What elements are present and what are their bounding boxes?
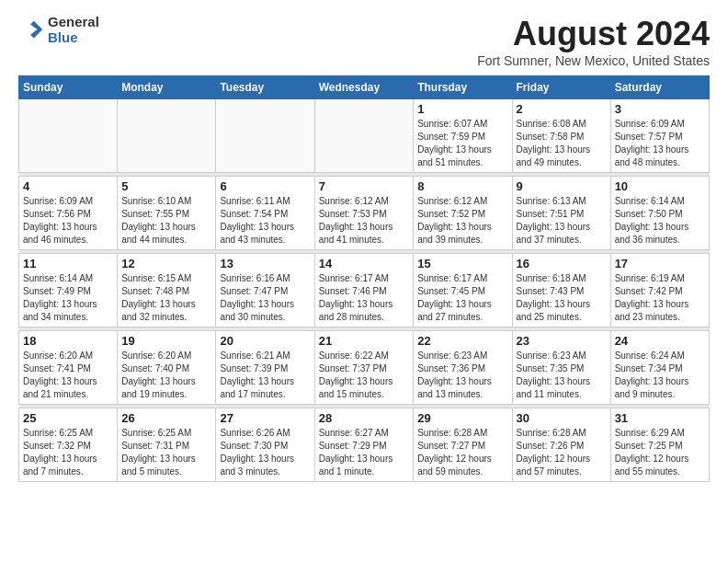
table-row: 7Sunrise: 6:12 AM Sunset: 7:53 PM Daylig… xyxy=(314,177,414,250)
table-row: 11Sunrise: 6:14 AM Sunset: 7:49 PM Dayli… xyxy=(19,254,118,327)
calendar-week-row: 18Sunrise: 6:20 AM Sunset: 7:41 PM Dayli… xyxy=(19,331,710,405)
col-tuesday: Tuesday xyxy=(216,76,314,99)
table-row: 9Sunrise: 6:13 AM Sunset: 7:51 PM Daylig… xyxy=(512,177,610,250)
day-number: 20 xyxy=(220,334,310,348)
table-row: 14Sunrise: 6:17 AM Sunset: 7:46 PM Dayli… xyxy=(314,254,414,327)
day-number: 21 xyxy=(319,334,410,348)
day-info: Sunrise: 6:21 AM Sunset: 7:39 PM Dayligh… xyxy=(220,350,310,401)
day-info: Sunrise: 6:08 AM Sunset: 7:58 PM Dayligh… xyxy=(517,118,607,169)
day-number: 6 xyxy=(220,179,310,193)
calendar: Sunday Monday Tuesday Wednesday Thursday… xyxy=(18,75,710,482)
day-number: 23 xyxy=(517,334,607,348)
table-row: 15Sunrise: 6:17 AM Sunset: 7:45 PM Dayli… xyxy=(414,254,512,327)
day-info: Sunrise: 6:25 AM Sunset: 7:31 PM Dayligh… xyxy=(121,427,211,478)
table-row: 19Sunrise: 6:20 AM Sunset: 7:40 PM Dayli… xyxy=(118,331,216,405)
day-number: 18 xyxy=(23,334,113,348)
table-row: 18Sunrise: 6:20 AM Sunset: 7:41 PM Dayli… xyxy=(19,331,118,405)
svg-marker-0 xyxy=(30,20,42,38)
logo-blue: Blue xyxy=(48,30,99,46)
day-info: Sunrise: 6:14 AM Sunset: 7:50 PM Dayligh… xyxy=(615,195,705,247)
table-row: 21Sunrise: 6:22 AM Sunset: 7:37 PM Dayli… xyxy=(314,331,414,405)
day-number: 24 xyxy=(615,334,705,348)
location: Fort Sumner, New Mexico, United States xyxy=(477,53,710,68)
table-row: 13Sunrise: 6:16 AM Sunset: 7:47 PM Dayli… xyxy=(216,254,314,327)
day-info: Sunrise: 6:28 AM Sunset: 7:27 PM Dayligh… xyxy=(417,427,507,478)
day-info: Sunrise: 6:09 AM Sunset: 7:57 PM Dayligh… xyxy=(615,118,705,169)
day-info: Sunrise: 6:20 AM Sunset: 7:41 PM Dayligh… xyxy=(23,350,113,401)
day-info: Sunrise: 6:18 AM Sunset: 7:43 PM Dayligh… xyxy=(517,272,607,324)
day-number: 19 xyxy=(121,334,211,348)
day-info: Sunrise: 6:27 AM Sunset: 7:29 PM Dayligh… xyxy=(319,427,410,478)
col-sunday: Sunday xyxy=(19,76,118,99)
day-number: 12 xyxy=(121,257,211,270)
day-number: 16 xyxy=(517,257,607,270)
table-row: 10Sunrise: 6:14 AM Sunset: 7:50 PM Dayli… xyxy=(610,177,709,250)
day-info: Sunrise: 6:22 AM Sunset: 7:37 PM Dayligh… xyxy=(319,350,410,401)
table-row: 29Sunrise: 6:28 AM Sunset: 7:27 PM Dayli… xyxy=(414,408,512,482)
day-number: 22 xyxy=(417,334,507,348)
logo-icon xyxy=(18,17,44,43)
col-saturday: Saturday xyxy=(610,76,709,99)
table-row: 2Sunrise: 6:08 AM Sunset: 7:58 PM Daylig… xyxy=(512,99,610,173)
table-row: 22Sunrise: 6:23 AM Sunset: 7:36 PM Dayli… xyxy=(414,331,512,405)
table-row xyxy=(216,99,314,173)
day-number: 1 xyxy=(417,102,507,116)
day-info: Sunrise: 6:24 AM Sunset: 7:34 PM Dayligh… xyxy=(615,350,705,401)
table-row: 17Sunrise: 6:19 AM Sunset: 7:42 PM Dayli… xyxy=(610,254,709,327)
day-number: 27 xyxy=(220,411,310,425)
month-title: August 2024 xyxy=(477,15,710,53)
title-area: August 2024 Fort Sumner, New Mexico, Uni… xyxy=(477,15,710,68)
day-number: 14 xyxy=(319,257,410,270)
day-number: 3 xyxy=(615,102,705,116)
header-row: Sunday Monday Tuesday Wednesday Thursday… xyxy=(19,76,710,99)
table-row xyxy=(118,99,216,173)
day-number: 26 xyxy=(121,411,211,425)
day-number: 25 xyxy=(23,411,113,425)
day-number: 31 xyxy=(615,411,705,425)
col-wednesday: Wednesday xyxy=(314,76,414,99)
day-info: Sunrise: 6:23 AM Sunset: 7:35 PM Dayligh… xyxy=(517,350,607,401)
table-row: 30Sunrise: 6:28 AM Sunset: 7:26 PM Dayli… xyxy=(512,408,610,482)
logo-general: General xyxy=(48,15,99,30)
table-row: 20Sunrise: 6:21 AM Sunset: 7:39 PM Dayli… xyxy=(216,331,314,405)
day-info: Sunrise: 6:14 AM Sunset: 7:49 PM Dayligh… xyxy=(23,272,113,324)
logo: General Blue xyxy=(18,15,99,45)
day-info: Sunrise: 6:12 AM Sunset: 7:52 PM Dayligh… xyxy=(417,195,507,247)
table-row: 8Sunrise: 6:12 AM Sunset: 7:52 PM Daylig… xyxy=(414,177,512,250)
col-monday: Monday xyxy=(118,76,216,99)
day-number: 7 xyxy=(319,179,410,193)
day-info: Sunrise: 6:20 AM Sunset: 7:40 PM Dayligh… xyxy=(121,350,211,401)
day-info: Sunrise: 6:29 AM Sunset: 7:25 PM Dayligh… xyxy=(615,427,705,478)
table-row xyxy=(314,99,414,173)
day-number: 11 xyxy=(23,257,113,270)
calendar-week-row: 11Sunrise: 6:14 AM Sunset: 7:49 PM Dayli… xyxy=(19,254,710,327)
table-row: 1Sunrise: 6:07 AM Sunset: 7:59 PM Daylig… xyxy=(414,99,512,173)
day-number: 13 xyxy=(220,257,310,270)
table-row: 24Sunrise: 6:24 AM Sunset: 7:34 PM Dayli… xyxy=(610,331,709,405)
col-thursday: Thursday xyxy=(414,76,512,99)
table-row: 4Sunrise: 6:09 AM Sunset: 7:56 PM Daylig… xyxy=(19,177,118,250)
day-info: Sunrise: 6:09 AM Sunset: 7:56 PM Dayligh… xyxy=(23,195,113,247)
table-row: 16Sunrise: 6:18 AM Sunset: 7:43 PM Dayli… xyxy=(512,254,610,327)
day-number: 29 xyxy=(417,411,507,425)
day-number: 10 xyxy=(615,179,705,193)
day-info: Sunrise: 6:17 AM Sunset: 7:46 PM Dayligh… xyxy=(319,272,410,324)
day-number: 28 xyxy=(319,411,410,425)
table-row: 12Sunrise: 6:15 AM Sunset: 7:48 PM Dayli… xyxy=(118,254,216,327)
day-info: Sunrise: 6:19 AM Sunset: 7:42 PM Dayligh… xyxy=(615,272,705,324)
day-info: Sunrise: 6:15 AM Sunset: 7:48 PM Dayligh… xyxy=(121,272,211,324)
logo-text: General Blue xyxy=(48,15,99,45)
table-row: 26Sunrise: 6:25 AM Sunset: 7:31 PM Dayli… xyxy=(118,408,216,482)
day-number: 9 xyxy=(517,179,607,193)
day-number: 17 xyxy=(615,257,705,270)
table-row: 31Sunrise: 6:29 AM Sunset: 7:25 PM Dayli… xyxy=(610,408,709,482)
table-row: 28Sunrise: 6:27 AM Sunset: 7:29 PM Dayli… xyxy=(314,408,414,482)
day-info: Sunrise: 6:28 AM Sunset: 7:26 PM Dayligh… xyxy=(517,427,607,478)
calendar-week-row: 4Sunrise: 6:09 AM Sunset: 7:56 PM Daylig… xyxy=(19,177,710,250)
calendar-week-row: 25Sunrise: 6:25 AM Sunset: 7:32 PM Dayli… xyxy=(19,408,710,482)
day-info: Sunrise: 6:25 AM Sunset: 7:32 PM Dayligh… xyxy=(23,427,113,478)
table-row: 5Sunrise: 6:10 AM Sunset: 7:55 PM Daylig… xyxy=(118,177,216,250)
day-info: Sunrise: 6:11 AM Sunset: 7:54 PM Dayligh… xyxy=(220,195,310,247)
day-info: Sunrise: 6:07 AM Sunset: 7:59 PM Dayligh… xyxy=(417,118,507,169)
col-friday: Friday xyxy=(512,76,610,99)
